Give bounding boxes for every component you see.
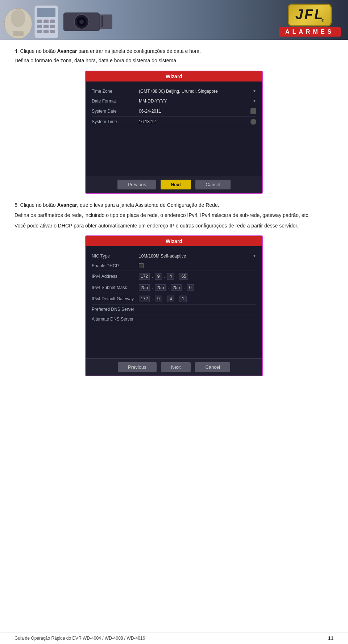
wizard2-footer: Previous Next Cancel <box>86 358 262 376</box>
wizard1-dateformat-label: Date Format <box>92 99 139 104</box>
wizard2-pdns-label: Preferred DNS Server <box>92 307 139 312</box>
subnet-octet3[interactable]: 255 <box>171 284 182 291</box>
wizard2-nic-label: NIC Type <box>92 254 139 259</box>
wizard1-next-button[interactable]: Next <box>161 180 191 189</box>
svg-rect-6 <box>44 20 49 23</box>
wizard2-gateway-value: 172 . 9 . 4 . 1 <box>139 296 256 302</box>
wizard1-dateformat-value: MM-DD-YYYY <box>139 99 251 104</box>
step4-text1: 4. Clique no botão Avançar para entrar n… <box>14 47 334 55</box>
wizard2-nic-value: 10M/100M Self-adaptive <box>139 254 251 259</box>
keypad-icon <box>33 4 60 40</box>
svg-rect-9 <box>44 25 49 28</box>
wizard2-dhcp-row: Enable DHCP <box>92 261 256 271</box>
pir-sensor-icon <box>2 4 34 40</box>
wizard2-subnet-value: 255 . 255 . 255 . 0 <box>139 284 256 291</box>
jfl-logo: JFL ® ALARMES <box>279 4 341 37</box>
wizard2-gateway-label: IPv4 Default Gateway <box>92 296 139 301</box>
step4-block: 4. Clique no botão Avançar para entrar n… <box>14 47 334 65</box>
wizard2-ipv4addr-label: IPv4 Address <box>92 274 139 279</box>
wizard1-systime-row: System Time 16:18:12 <box>92 117 256 127</box>
clock-icon <box>250 119 256 125</box>
wizard2-ipv4addr-row: IPv4 Address 172 . 9 . 4 . 65 <box>92 271 256 282</box>
wizard1-sysdate-value: 06-24-2011 <box>139 109 249 114</box>
step4-text2: Defina o formato de zona, data hora, dat… <box>14 57 334 64</box>
gw-octet2[interactable]: 9 <box>155 296 162 302</box>
wizard2-spacer <box>92 324 256 353</box>
step5-text2: Defina os parâmetros de rede, incluindo … <box>14 211 334 219</box>
svg-rect-19 <box>102 16 103 27</box>
footer-page-number: 11 <box>328 635 334 641</box>
step5-bold1: Avançar <box>57 202 77 208</box>
timezone-dropdown-icon: ▼ <box>253 89 256 93</box>
jfl-text: JFL <box>295 8 324 21</box>
camera-icon <box>63 7 114 36</box>
wizard2-adns-row: Alternate DNS Server <box>92 314 256 324</box>
svg-point-17 <box>79 20 84 24</box>
wizard1-systime-label: System Time <box>92 119 139 124</box>
wizard1-body: Time Zone (GMT+08:00) Beijing, Urumqi, S… <box>86 81 262 176</box>
subnet-octet2[interactable]: 255 <box>155 284 166 291</box>
wizard2-subnet-label: IPv4 Subnet Mask <box>92 285 139 290</box>
header-banner: JFL ® ALARMES <box>0 0 348 40</box>
svg-rect-5 <box>37 20 42 23</box>
wizard1-dialog: Wizard Time Zone (GMT+08:00) Beijing, Ur… <box>85 71 263 194</box>
wizard1-dateformat-row: Date Format MM-DD-YYYY ▼ <box>92 96 256 106</box>
wizard2-dialog: Wizard NIC Type 10M/100M Self-adaptive ▼… <box>85 235 263 376</box>
step5-number: 5. <box>14 202 19 208</box>
wizard1-previous-button[interactable]: Previous <box>117 180 156 189</box>
gw-octet3[interactable]: 4 <box>167 296 174 302</box>
footer-guide-text: Guia de Operação Rápida do DVR WD-4004 /… <box>14 636 145 641</box>
wizard1-sysdate-label: System Date <box>92 109 139 114</box>
jfl-registered-mark: ® <box>322 18 324 22</box>
step5-text3: Você pode ativar o DHCP para obter autom… <box>14 222 334 230</box>
wizard1-cancel-button[interactable]: Cancel <box>195 180 230 189</box>
wizard2-pdns-row: Preferred DNS Server <box>92 305 256 314</box>
ip-octet3[interactable]: 4 <box>167 273 174 280</box>
wizard2-cancel-button[interactable]: Cancel <box>195 362 230 372</box>
step5-text1: 5. Clique no botão Avançar, que o leva p… <box>14 201 334 209</box>
svg-rect-10 <box>50 25 55 28</box>
subnet-octet1[interactable]: 255 <box>139 284 150 291</box>
ip-octet1[interactable]: 172 <box>139 273 150 280</box>
wizard1-timezone-label: Time Zone <box>92 89 139 94</box>
wizard2-gateway-row: IPv4 Default Gateway 172 . 9 . 4 . 1 <box>92 293 256 305</box>
wizard1-timezone-row: Time Zone (GMT+08:00) Beijing, Urumqi, S… <box>92 87 256 96</box>
wizard1-spacer <box>92 127 256 171</box>
svg-rect-13 <box>50 30 55 33</box>
wizard1-footer: Previous Next Cancel <box>86 176 262 193</box>
alarmes-bar: ALARMES <box>279 27 341 37</box>
main-content: 4. Clique no botão Avançar para entrar n… <box>0 40 348 398</box>
svg-rect-12 <box>44 30 49 33</box>
wizard1-sysdate-row: System Date 06-24-2011 <box>92 106 256 117</box>
svg-rect-2 <box>13 31 24 36</box>
jfl-badge: JFL ® <box>288 4 332 26</box>
svg-rect-4 <box>37 8 55 17</box>
ip-octet2[interactable]: 9 <box>155 273 162 280</box>
step4-number: 4. <box>14 48 19 54</box>
dateformat-dropdown-icon: ▼ <box>253 99 256 103</box>
ip-octet4[interactable]: 65 <box>179 273 188 280</box>
svg-rect-11 <box>37 30 42 33</box>
step5-block: 5. Clique no botão Avançar, que o leva p… <box>14 201 334 230</box>
wizard2-subnet-row: IPv4 Subnet Mask 255 . 255 . 255 . 0 <box>92 282 256 293</box>
gw-octet1[interactable]: 172 <box>139 296 150 302</box>
svg-point-1 <box>11 9 25 27</box>
wizard2-title: Wizard <box>86 236 262 246</box>
wizard1-systime-value: 16:18:12 <box>139 119 249 124</box>
gw-octet4[interactable]: 1 <box>179 296 187 302</box>
page-footer: Guia de Operação Rápida do DVR WD-4004 /… <box>0 632 348 644</box>
wizard2-dhcp-label: Enable DHCP <box>92 263 139 268</box>
wizard2-adns-label: Alternate DNS Server <box>92 317 139 322</box>
calendar-icon <box>250 108 256 114</box>
wizard2-next-button[interactable]: Next <box>161 362 191 372</box>
dhcp-checkbox[interactable] <box>139 263 144 268</box>
wizard2-ipv4addr-value: 172 . 9 . 4 . 65 <box>139 273 256 280</box>
svg-rect-8 <box>37 25 42 28</box>
step4-bold1: Avançar <box>57 48 77 54</box>
wizard2-nic-row: NIC Type 10M/100M Self-adaptive ▼ <box>92 251 256 261</box>
subnet-octet4[interactable]: 0 <box>187 284 194 291</box>
nic-dropdown-icon: ▼ <box>253 254 256 258</box>
svg-rect-7 <box>50 20 55 23</box>
wizard1-title: Wizard <box>86 71 262 81</box>
wizard2-previous-button[interactable]: Previous <box>118 362 157 372</box>
